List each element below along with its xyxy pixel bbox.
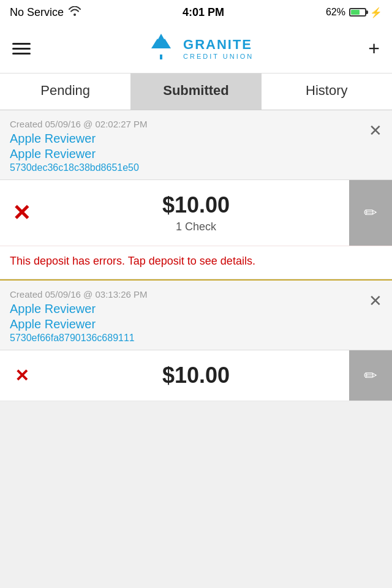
error-x-icon-2: ✕	[15, 366, 29, 386]
deposit-id-2: 5730ef66fa8790136c689111	[10, 333, 361, 344]
wifi-icon	[69, 6, 81, 19]
charging-icon: ⚡	[370, 7, 382, 18]
status-time: 4:01 PM	[183, 6, 224, 19]
logo-sub: CREDIT UNION	[183, 53, 254, 60]
hamburger-line-2	[12, 48, 31, 50]
tab-pending[interactable]: Pending	[0, 74, 130, 110]
carrier-text: No Service	[10, 6, 64, 19]
deposit-created-2: Created 05/09/16 @ 03:13:26 PM	[10, 289, 361, 300]
deposit-name-secondary-2: Apple Reviewer	[10, 317, 361, 331]
deposit-name-primary-1: Apple Reviewer	[10, 132, 361, 146]
deposit-amount-2: $10.00	[162, 363, 230, 388]
tab-submitted[interactable]: Submitted	[130, 74, 261, 110]
hamburger-line-1	[12, 43, 31, 45]
deposit-error-main-2: ✕ $10.00 ✏	[0, 350, 392, 401]
pencil-icon-2: ✏	[364, 366, 377, 385]
add-button[interactable]: +	[368, 37, 380, 60]
logo-text: GRANITE CREDIT UNION	[183, 37, 254, 59]
status-right: 62% ⚡	[326, 7, 382, 18]
deposit-error-main-1: ✕ $10.00 1 Check ✏	[0, 180, 392, 246]
error-x-icon-1: ✕	[12, 200, 31, 226]
status-left: No Service	[10, 6, 81, 19]
deposit-info-1: Created 05/09/16 @ 02:02:27 PM Apple Rev…	[10, 119, 361, 173]
hamburger-line-3	[12, 53, 31, 55]
battery-percent: 62%	[326, 7, 345, 18]
error-message-1: This deposit has errors. Tap deposit to …	[0, 246, 392, 279]
deposit-header-1: Created 05/09/16 @ 02:02:27 PM Apple Rev…	[0, 110, 392, 179]
edit-button-1[interactable]: ✏	[349, 180, 392, 246]
deposit-id-1: 5730dec36c18c38bd8651e50	[10, 162, 361, 173]
dismiss-button-1[interactable]: ✕	[361, 119, 382, 140]
tab-bar: Pending Submitted History	[0, 74, 392, 110]
deposit-card-2[interactable]: Created 05/09/16 @ 03:13:26 PM Apple Rev…	[0, 281, 392, 350]
deposit-amount-1: $10.00	[162, 192, 230, 218]
deposit-name-primary-2: Apple Reviewer	[10, 302, 361, 316]
deposit-card-1[interactable]: Created 05/09/16 @ 02:02:27 PM Apple Rev…	[0, 110, 392, 180]
pencil-icon-1: ✏	[364, 203, 377, 222]
deposit-created-1: Created 05/09/16 @ 02:02:27 PM	[10, 119, 361, 129]
battery-icon	[349, 8, 366, 17]
tab-history[interactable]: History	[262, 74, 392, 110]
deposit-amount-area-1: $10.00 1 Check	[43, 180, 349, 246]
logo-tree-icon	[145, 30, 177, 67]
deposit-info-2: Created 05/09/16 @ 03:13:26 PM Apple Rev…	[10, 289, 361, 344]
deposit-name-secondary-1: Apple Reviewer	[10, 147, 361, 161]
content-area: Created 05/09/16 @ 02:02:27 PM Apple Rev…	[0, 110, 392, 588]
edit-button-2[interactable]: ✏	[349, 350, 392, 401]
deposit-header-2: Created 05/09/16 @ 03:13:26 PM Apple Rev…	[0, 281, 392, 350]
error-indicator-2: ✕	[0, 353, 43, 398]
svg-rect-0	[160, 55, 162, 59]
error-indicator-1: ✕	[0, 188, 43, 238]
logo: GRANITE CREDIT UNION	[145, 30, 254, 67]
deposit-amount-area-2: $10.00	[43, 350, 349, 401]
hamburger-menu[interactable]	[12, 43, 31, 55]
deposit-checks-1: 1 Check	[176, 221, 216, 233]
deposit-error-card-1[interactable]: ✕ $10.00 1 Check ✏ This deposit has erro…	[0, 180, 392, 279]
status-bar: No Service 4:01 PM 62% ⚡	[0, 0, 392, 24]
logo-name: GRANITE	[183, 37, 254, 52]
deposit-error-card-2[interactable]: ✕ $10.00 ✏	[0, 350, 392, 401]
dismiss-button-2[interactable]: ✕	[361, 289, 382, 311]
app-header: GRANITE CREDIT UNION +	[0, 24, 392, 74]
